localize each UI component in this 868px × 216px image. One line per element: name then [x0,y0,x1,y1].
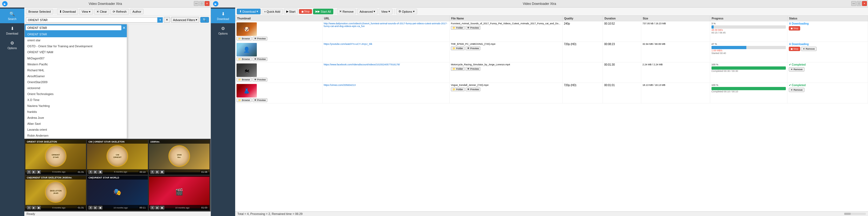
remove-button[interactable]: ✕ Remove [337,9,356,14]
dropdown-item[interactable]: OSTD - Orient Star for Training and Deve… [25,43,127,49]
dropdown-item[interactable]: victoremd [25,85,127,91]
video-ctrl-btn-0-0[interactable]: ⬇ [27,170,31,174]
dropdown-item[interactable]: Western Pacific [25,61,127,67]
video-ctrl-btn-5-0[interactable]: ⬇ [150,206,155,210]
sidebar-item-download[interactable]: ⬇ Download [0,23,24,38]
file-preview-btn-0[interactable]: 👁 Preview [465,26,480,30]
stop-btn-0[interactable]: ◼ Stop [789,26,800,31]
video-item-2[interactable]: 1508Ver. 1508Ver. ⬇ ▶ ◼ 01:08 [149,140,210,175]
options-right-button[interactable]: ⚙ Options ▾ [396,9,417,14]
browse-selected-button[interactable]: Browse Selected [26,9,53,14]
video-ctrl-btn-3-1[interactable]: ▶ [32,206,36,210]
sidebar-label-search: Search [8,17,17,21]
dropdown-item[interactable]: Robin Andersen [25,133,127,139]
folder-btn-0[interactable]: 📁 Folder [451,26,465,30]
video-ctrl-btn-4-0[interactable]: ⬇ [88,206,93,210]
preview-btn-1[interactable]: 👁 Preview [252,57,268,61]
dropdown-item[interactable]: ORIENT VIỆT NAM [25,49,127,56]
dropdown-close-button[interactable]: ✕ [122,26,126,30]
file-preview-btn-1[interactable]: 👁 Preview [465,46,480,50]
video-ctrl-btn-2-0[interactable]: ⬇ [150,170,155,174]
right-download-button[interactable]: ⬇ Download ▾ [237,9,260,14]
start-button[interactable]: ▶ Start [284,9,298,14]
thumb-cell-1: 👤 📁 Browse 👁 Preview [236,42,322,62]
video-ctrl-btn-4-1[interactable]: ▶ [93,206,98,210]
browse-btn-1[interactable]: 📁 Browse [237,57,252,61]
preview-btn-3[interactable]: 👁 Preview [252,98,268,102]
maximize-button[interactable]: □ [199,1,204,6]
dropdown-item[interactable]: AirsoftGamer [25,73,127,79]
video-ctrl-btn-2-2[interactable]: ◼ [160,170,164,174]
video-ctrl-btn-1-0[interactable]: ⬇ [88,170,93,174]
video-ctrl-btn-3-0[interactable]: ⬇ [27,206,31,210]
preview-btn-2[interactable]: 👁 Preview [252,78,268,81]
search-dropdown-button[interactable]: ▾ [157,17,163,23]
close-button[interactable]: ✕ [205,1,210,6]
quick-add-button[interactable]: + Quick Add [262,9,283,14]
dropdown-item[interactable]: X.D Time [25,97,127,103]
remove-btn-3[interactable]: ✕ Remove [789,88,804,92]
start-all-button[interactable]: ▶▶ Start All [313,9,333,14]
view-right-button[interactable]: View ▾ [379,9,393,14]
browse-btn-2[interactable]: 📁 Browse [237,78,252,81]
video-ctrl-btn-3-2[interactable]: ◼ [36,206,41,210]
video-ctrl-btn-5-1[interactable]: ▶ [155,206,159,210]
search-clear-button[interactable]: ✕ [164,17,170,23]
dropdown-item[interactable]: OrientStar2009 [25,79,127,85]
right-sidebar-item-options[interactable]: ⚙ Options [211,23,235,38]
video-ctrl-btn-2-1[interactable]: ▶ [155,170,159,174]
video-item-4[interactable]: 🎭 CM|ORIENT STAR WORLD ⬇ ▶ ◼ 10 months a… [87,176,148,211]
sidebar-item-options[interactable]: ⚙ Options [0,38,24,52]
stop-btn-1[interactable]: ◼ Stop [789,47,800,51]
video-ctrl-btn-0-1[interactable]: ▶ [32,170,36,174]
dropdown-item[interactable]: Andrea Juve [25,115,127,121]
right-close-button[interactable]: ✕ [862,1,867,6]
dropdown-item[interactable]: MrDagon007 [25,56,127,61]
right-maximize-button[interactable]: □ [857,1,862,6]
browse-btn-0[interactable]: 📁 Browse [237,37,252,40]
dropdown-item[interactable]: Naviera Yachting [25,103,127,109]
stop-button[interactable]: ◼ Stop [299,9,312,14]
sidebar-item-search[interactable]: 🔍 Search [0,9,24,23]
search-input[interactable] [26,17,163,23]
video-ctrl-btn-4-2[interactable]: ◼ [98,206,102,210]
advanced-right-button[interactable]: Advanced ▾ [357,9,378,14]
clear-button[interactable]: ✕ Clear [94,9,109,14]
video-item-1[interactable]: CMORIENT CM | ORIENT STAR SKELETON ⬇ ▶ ◼… [87,140,148,175]
view-button[interactable]: View ▾ [79,9,93,14]
folder-btn-2[interactable]: 📁 Folder [451,67,465,71]
browse-btn-3[interactable]: 📁 Browse [237,98,252,102]
search-go-button[interactable]: 🔍 [200,17,209,23]
thumb-image-3: 👗 [237,84,257,98]
author-button[interactable]: Author [130,9,144,14]
dropdown-item[interactable]: Lavanda orient [25,127,127,133]
dropdown-item[interactable]: Richard NHL [25,67,127,73]
video-ctrl-btn-0-2[interactable]: ◼ [36,170,41,174]
folder-btn-1[interactable]: 📁 Folder [451,46,465,50]
refresh-button[interactable]: ⟳ Refresh [110,9,129,14]
right-minimize-button[interactable]: — [851,1,856,6]
minimize-button[interactable]: — [194,1,199,6]
preview-btn-0[interactable]: 👁 Preview [252,37,268,40]
dropdown-search-input[interactable] [26,25,121,30]
video-item-3[interactable]: SKELETONJK85 CM|ORIENT STAR SKELETON JK8… [25,176,86,211]
dropdown-item[interactable]: Orient Technologies [25,91,127,97]
video-item-5[interactable]: 🎬 ⬇ ▶ ◼ 10 months ago 01:03 [149,176,210,211]
download-button[interactable]: ⬇ Download [57,9,79,14]
dropdown-item[interactable]: Allan Saxt [25,121,127,127]
status-badge-2: ✔ Completed [789,63,866,66]
file-preview-btn-2[interactable]: 👁 Preview [465,67,480,71]
dropdown-item[interactable]: franktis [25,109,127,115]
folder-btn-3[interactable]: 📁 Folder [451,87,465,91]
video-ctrl-btn-1-1[interactable]: ▶ [93,170,98,174]
file-preview-btn-3[interactable]: 👁 Preview [465,87,480,91]
remove-btn-2[interactable]: ✕ Remove [789,67,804,72]
remove-btn-1[interactable]: ✕ Remove [801,47,817,51]
right-sidebar-item-download[interactable]: ⬇ Download [211,9,235,23]
video-ctrl-btn-1-2[interactable]: ◼ [98,170,102,174]
dropdown-item[interactable]: orient star [25,37,127,43]
video-ctrl-btn-5-2[interactable]: ◼ [160,206,164,210]
video-item-0[interactable]: ORIENTSTAR ORIENT STAR SKELETON ⬇ ▶ ◼ 6 … [25,140,86,175]
advanced-button[interactable]: Advanced Filters ▾ [171,17,199,23]
dropdown-item[interactable]: ORIENT STAR [25,31,127,37]
